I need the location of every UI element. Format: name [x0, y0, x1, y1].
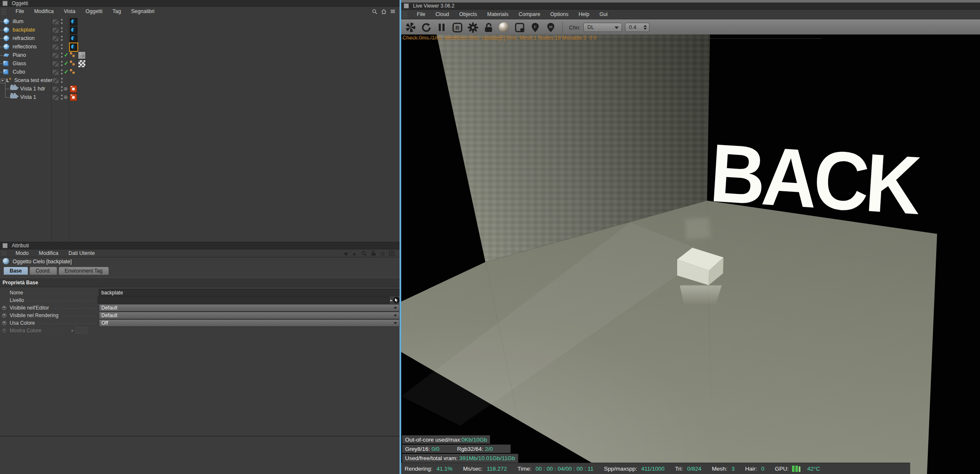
- cursor-arrow-icon[interactable]: ▲: [352, 250, 357, 257]
- enabled-check-icon[interactable]: ✓: [64, 69, 69, 75]
- drag-handle-icon[interactable]: [1, 251, 6, 256]
- lock-resolution-icon[interactable]: [482, 21, 495, 34]
- layer-slash-icon[interactable]: [52, 69, 59, 75]
- layer-slash-icon[interactable]: [52, 78, 59, 84]
- object-row-glass[interactable]: Glass ✓: [0, 59, 400, 68]
- visibile-editor-dropdown[interactable]: Default: [99, 304, 400, 312]
- object-name[interactable]: Glass: [13, 61, 26, 66]
- visibility-dots[interactable]: [61, 27, 63, 32]
- camera-active-icon[interactable]: ⊕: [64, 86, 68, 92]
- octane-camera-tag-icon[interactable]: [70, 85, 77, 93]
- target-icon[interactable]: ◎: [380, 250, 385, 257]
- render-region-icon[interactable]: [513, 21, 526, 34]
- material-ball-icon[interactable]: [498, 21, 510, 34]
- search-icon[interactable]: [372, 9, 377, 14]
- add-panel-icon[interactable]: [389, 251, 395, 256]
- octane-logo-icon[interactable]: [404, 21, 417, 34]
- layer-slash-icon[interactable]: [52, 61, 59, 67]
- material-picker-icon[interactable]: M: [544, 21, 557, 34]
- layer-slash-icon[interactable]: [52, 53, 59, 58]
- environment-tag-icon-selected[interactable]: [70, 43, 77, 51]
- layer-slash-icon[interactable]: [52, 95, 59, 101]
- tab-base[interactable]: Base: [3, 267, 28, 275]
- camera-active-icon[interactable]: ⊕: [64, 94, 68, 100]
- object-row-piano[interactable]: Piano ✓: [0, 51, 400, 59]
- layer-picker-icon[interactable]: [393, 297, 400, 303]
- nome-input[interactable]: backplate: [99, 289, 400, 296]
- state-dot-icon[interactable]: [2, 321, 6, 325]
- object-row-reflections[interactable]: reflections: [0, 42, 400, 51]
- lv-menu-options[interactable]: Options: [545, 10, 573, 19]
- visibility-dots[interactable]: [61, 53, 63, 58]
- environment-tag-icon[interactable]: [70, 35, 77, 42]
- state-dot-icon[interactable]: [2, 313, 6, 318]
- material-thumbnail[interactable]: [78, 51, 86, 59]
- object-name[interactable]: illum: [13, 19, 24, 24]
- search-icon[interactable]: [361, 251, 367, 256]
- material-thumbnail[interactable]: [78, 60, 86, 68]
- panel-divider[interactable]: [400, 0, 401, 474]
- om-menu-vista[interactable]: Vista: [59, 7, 81, 16]
- object-row-vista-1[interactable]: Vista 1 ⊕: [0, 93, 400, 101]
- lv-menu-materials[interactable]: Materials: [482, 10, 514, 19]
- enabled-check-icon[interactable]: ✓: [64, 60, 69, 66]
- visibility-dots[interactable]: [61, 36, 63, 41]
- object-row-backplate[interactable]: backplate: [0, 26, 400, 34]
- object-row-refraction[interactable]: refraction: [0, 34, 400, 42]
- visibility-dots[interactable]: [61, 19, 63, 24]
- layer-slash-icon[interactable]: [52, 36, 59, 42]
- object-name[interactable]: Scena test esterni: [14, 77, 56, 83]
- object-row-cubo[interactable]: Cubo ✓: [0, 68, 400, 76]
- layer-slash-icon[interactable]: [52, 86, 59, 92]
- state-dot-icon[interactable]: [2, 306, 6, 310]
- object-name[interactable]: Vista 1 hdr: [20, 86, 45, 92]
- environment-tag-icon[interactable]: [70, 26, 77, 34]
- object-name[interactable]: Vista 1: [20, 94, 36, 100]
- object-row-vista-1-hdr[interactable]: Vista 1 hdr ⊕: [0, 85, 400, 93]
- object-row-scena-test-esterni[interactable]: L0 Scena test esterni: [0, 76, 400, 85]
- om-menu-modifica[interactable]: Modifica: [29, 7, 59, 16]
- octane-objecttag-icon[interactable]: [70, 69, 75, 74]
- history-back-icon[interactable]: ◀: [343, 250, 347, 257]
- octane-camera-tag-icon[interactable]: [70, 94, 77, 101]
- object-row-illum[interactable]: illum: [0, 17, 400, 26]
- object-name[interactable]: Piano: [13, 52, 26, 58]
- object-name[interactable]: Cubo: [13, 69, 25, 75]
- attr-menu-dati-utente[interactable]: Dati Utente: [64, 249, 100, 257]
- lv-menu-cloud[interactable]: Cloud: [430, 10, 454, 19]
- visibility-dots[interactable]: [61, 95, 63, 100]
- render-viewport[interactable]: Check:0ms./1ms. MeshGen:0ms. Update[E]:0…: [401, 34, 980, 474]
- lv-menu-objects[interactable]: Objects: [454, 10, 482, 19]
- lv-menu-gui[interactable]: Gui: [594, 10, 612, 19]
- channel-value-spinner[interactable]: 0.4: [625, 23, 649, 32]
- attr-menu-modo[interactable]: Modo: [11, 249, 34, 257]
- settings-gear-icon[interactable]: [466, 21, 479, 34]
- channel-dropdown[interactable]: DL: [583, 23, 622, 32]
- visibility-dots[interactable]: [61, 86, 63, 91]
- section-proprieta-base[interactable]: Proprietà Base: [0, 278, 402, 287]
- environment-tag-icon[interactable]: [70, 18, 77, 26]
- livello-input[interactable]: [98, 297, 389, 304]
- om-menu-tag[interactable]: Tag: [108, 7, 126, 16]
- layer-popup-arrow-icon[interactable]: ▸: [390, 298, 392, 302]
- om-menu-file[interactable]: File: [11, 7, 29, 16]
- drag-handle-icon[interactable]: [403, 11, 408, 18]
- visibile-rendering-dropdown[interactable]: Default: [99, 312, 400, 319]
- pause-render-icon[interactable]: [435, 21, 448, 34]
- visibility-dots[interactable]: [61, 78, 63, 83]
- usa-colore-dropdown[interactable]: Off: [99, 319, 400, 327]
- attr-menu-modifica[interactable]: Modifica: [34, 249, 64, 257]
- visibility-dots[interactable]: [61, 69, 63, 74]
- live-viewer-titlebar[interactable]: Live Viewer 3.06.2: [401, 3, 980, 10]
- object-name[interactable]: refraction: [13, 35, 34, 41]
- om-menu-segnalibri[interactable]: Segnalibri: [126, 7, 160, 16]
- drag-handle-icon[interactable]: [1, 8, 6, 15]
- om-menu-oggetti[interactable]: Oggetti: [80, 7, 107, 16]
- enabled-check-icon[interactable]: ✓: [64, 52, 69, 58]
- tab-environment-tag[interactable]: Environment Tag: [58, 267, 109, 275]
- lv-menu-file[interactable]: File: [412, 10, 430, 19]
- lv-menu-compare[interactable]: Compare: [514, 10, 545, 19]
- home-icon[interactable]: [381, 9, 387, 14]
- object-name[interactable]: reflections: [13, 44, 37, 50]
- visibility-dots[interactable]: [61, 44, 63, 49]
